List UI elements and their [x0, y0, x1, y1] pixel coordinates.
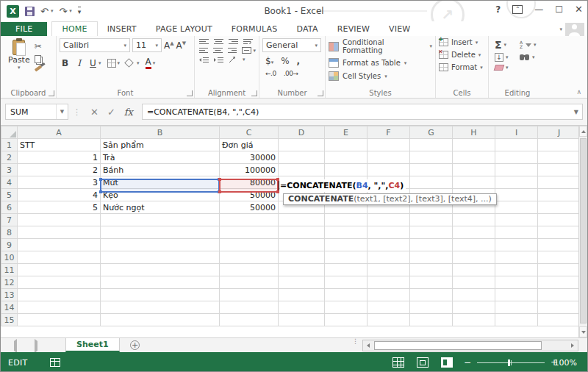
cell-D15[interactable]	[279, 314, 325, 326]
row-header-12[interactable]: 12	[1, 276, 18, 289]
name-box[interactable]: SUM ▼	[5, 104, 68, 120]
scroll-left-icon[interactable]	[363, 340, 373, 351]
insert-cells-button[interactable]: Insert▾	[439, 38, 485, 46]
cell-C7[interactable]	[220, 214, 279, 226]
cell-I15[interactable]	[495, 314, 538, 326]
copy-icon[interactable]	[35, 55, 41, 63]
cell-G13[interactable]	[410, 289, 453, 301]
cell-F13[interactable]	[368, 289, 410, 301]
cell-E11[interactable]	[325, 264, 368, 276]
row-header-4[interactable]: 4	[1, 176, 18, 189]
tab-review[interactable]: REVIEW	[328, 22, 379, 36]
cell-G9[interactable]	[410, 239, 453, 251]
cell-I10[interactable]	[495, 251, 538, 264]
cell-G2[interactable]	[410, 151, 453, 164]
undo-dropdown-icon[interactable]: ▾	[51, 8, 54, 14]
cell-H1[interactable]	[453, 139, 495, 151]
row-header-9[interactable]: 9	[1, 239, 18, 251]
name-box-dropdown-icon[interactable]: ▼	[56, 104, 68, 119]
cell-E15[interactable]	[325, 314, 368, 326]
zoom-level[interactable]: 100%	[554, 358, 577, 368]
scroll-right-icon[interactable]	[567, 340, 578, 351]
cell-A6[interactable]: 5	[18, 201, 101, 214]
format-as-table-button[interactable]: Format as Table▾	[329, 58, 432, 68]
cell-G4[interactable]	[410, 176, 453, 189]
cell-B8[interactable]	[101, 226, 220, 239]
cell-d4-formula-edit[interactable]: =CONCATENATE(B4, ",",C4)	[280, 179, 406, 192]
cell-C5[interactable]: 50000	[220, 189, 279, 201]
cell-C12[interactable]	[220, 276, 279, 289]
page-break-view-icon[interactable]	[441, 357, 453, 368]
cell-A8[interactable]	[18, 226, 101, 239]
cell-J11[interactable]	[538, 264, 581, 276]
cell-C2[interactable]: 30000	[220, 151, 279, 164]
column-header-F[interactable]: F	[368, 126, 410, 139]
align-top-icon[interactable]	[199, 38, 209, 45]
row-header-2[interactable]: 2	[1, 151, 18, 164]
cell-A4[interactable]: 3	[18, 176, 101, 189]
cell-I4[interactable]	[495, 176, 538, 189]
zoom-out-icon[interactable]: −	[464, 358, 471, 367]
currency-format-icon[interactable]: $▾	[265, 56, 273, 66]
cell-C10[interactable]	[220, 251, 279, 264]
format-cells-button[interactable]: Format▾	[439, 63, 485, 71]
cell-B11[interactable]	[101, 264, 220, 276]
cell-G11[interactable]	[410, 264, 453, 276]
cell-J5[interactable]	[538, 189, 581, 201]
collapse-ribbon-icon[interactable]: ∧	[576, 88, 581, 96]
cell-H9[interactable]	[453, 239, 495, 251]
previous-sheet-icon[interactable]	[14, 341, 17, 351]
number-dialog-launcher-icon[interactable]	[318, 90, 323, 96]
cell-A10[interactable]	[18, 251, 101, 264]
enter-icon[interactable]: ✓	[107, 107, 115, 118]
fill-color-dropdown-icon[interactable]: ▾	[137, 60, 140, 66]
tab-file[interactable]: FILE	[1, 22, 47, 36]
align-bottom-icon[interactable]	[229, 38, 238, 45]
cell-F1[interactable]	[368, 139, 410, 151]
cell-F11[interactable]	[368, 264, 410, 276]
save-icon[interactable]	[25, 7, 35, 16]
scroll-up-icon[interactable]	[579, 126, 587, 137]
cell-I3[interactable]	[495, 164, 538, 176]
customize-qat-icon[interactable]: ▾	[78, 7, 82, 15]
underline-button[interactable]: U	[89, 58, 97, 68]
cell-I11[interactable]	[495, 264, 538, 276]
cell-C4[interactable]: 80000	[220, 176, 279, 189]
cell-B10[interactable]	[101, 251, 220, 264]
cell-J13[interactable]	[538, 289, 581, 301]
column-header-B[interactable]: B	[101, 126, 220, 139]
cell-G8[interactable]	[410, 226, 453, 239]
cell-A5[interactable]: 4	[18, 189, 101, 201]
cell-H4[interactable]	[453, 176, 495, 189]
cell-B3[interactable]: Bánh	[101, 164, 220, 176]
row-header-3[interactable]: 3	[1, 164, 18, 176]
font-color-dropdown-icon[interactable]: ▾	[153, 60, 156, 66]
align-middle-icon[interactable]	[214, 38, 223, 45]
cell-B9[interactable]	[101, 239, 220, 251]
vertical-scroll-thumb[interactable]	[580, 138, 587, 323]
font-color-icon[interactable]: A	[146, 57, 151, 69]
format-painter-icon[interactable]	[34, 65, 41, 71]
merge-center-icon[interactable]	[242, 47, 251, 54]
cell-B5[interactable]: Kẹo	[101, 189, 220, 201]
row-header-10[interactable]: 10	[1, 251, 18, 264]
font-name-select[interactable]: Calibri▾	[60, 38, 130, 52]
redo-dropdown-icon[interactable]: ▾	[69, 8, 72, 14]
delete-cells-button[interactable]: Delete▾	[439, 51, 485, 59]
cell-A14[interactable]	[18, 301, 101, 314]
number-format-select[interactable]: General▾	[262, 38, 321, 52]
help-icon[interactable]: ?	[495, 4, 501, 15]
cell-F9[interactable]	[368, 239, 410, 251]
cell-C15[interactable]	[220, 314, 279, 326]
cell-B2[interactable]: Trà	[101, 151, 220, 164]
tab-page-layout[interactable]: PAGE LAYOUT	[146, 22, 222, 36]
cell-G7[interactable]	[410, 214, 453, 226]
cell-G12[interactable]	[410, 276, 453, 289]
cell-E9[interactable]	[325, 239, 368, 251]
cell-D13[interactable]	[279, 289, 325, 301]
cell-E12[interactable]	[325, 276, 368, 289]
maximize-icon[interactable]: ☐	[555, 4, 563, 15]
cell-C11[interactable]	[220, 264, 279, 276]
wrap-text-icon[interactable]	[243, 38, 253, 45]
cell-H8[interactable]	[453, 226, 495, 239]
